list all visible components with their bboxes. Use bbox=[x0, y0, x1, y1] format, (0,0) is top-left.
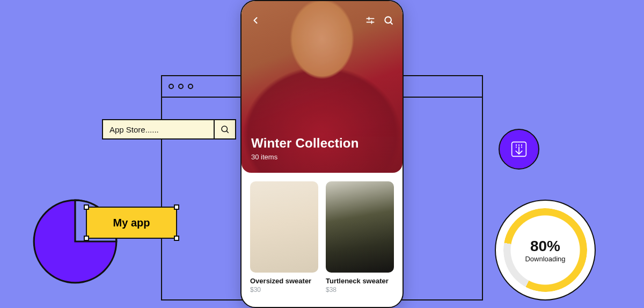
resize-handle[interactable] bbox=[84, 204, 89, 210]
hero-subtitle: 30 items bbox=[251, 153, 359, 161]
app-store-search[interactable]: App Store...... bbox=[102, 119, 236, 140]
progress-label: Downloading bbox=[525, 255, 565, 263]
svg-point-0 bbox=[222, 126, 228, 132]
filter-button[interactable] bbox=[365, 15, 376, 26]
product-name: Oversized sweater bbox=[250, 277, 318, 285]
download-button[interactable] bbox=[499, 129, 539, 170]
resize-handle[interactable] bbox=[84, 236, 89, 241]
resize-handle[interactable] bbox=[174, 204, 179, 210]
window-dot bbox=[178, 84, 184, 89]
resize-handle[interactable] bbox=[174, 236, 179, 241]
chevron-left-icon bbox=[250, 15, 261, 26]
product-card[interactable]: Oversized sweater $30 bbox=[250, 181, 318, 294]
svg-point-7 bbox=[385, 17, 391, 23]
product-price: $38 bbox=[326, 286, 394, 294]
search-icon bbox=[383, 15, 394, 26]
back-button[interactable] bbox=[250, 15, 261, 26]
product-price: $30 bbox=[250, 286, 318, 294]
hero-banner[interactable]: Winter Collection 30 items bbox=[241, 1, 402, 173]
download-icon bbox=[508, 138, 530, 160]
product-grid: Oversized sweater $30 Turtleneck sweater… bbox=[241, 173, 402, 294]
product-image bbox=[326, 181, 394, 273]
window-dot bbox=[169, 84, 174, 89]
svg-line-1 bbox=[226, 131, 228, 133]
search-input[interactable]: App Store...... bbox=[103, 120, 214, 138]
search-button[interactable] bbox=[383, 15, 394, 26]
svg-line-8 bbox=[391, 23, 393, 25]
search-button[interactable] bbox=[214, 120, 235, 138]
sliders-icon bbox=[365, 15, 376, 26]
search-icon bbox=[220, 124, 230, 134]
product-name: Turtleneck sweater bbox=[326, 277, 394, 285]
hero-title: Winter Collection bbox=[251, 136, 359, 151]
product-image bbox=[250, 181, 318, 273]
my-app-label: My app bbox=[113, 217, 150, 229]
progress-percent: 80% bbox=[530, 238, 560, 255]
phone-mockup: Winter Collection 30 items Oversized swe… bbox=[240, 0, 404, 308]
my-app-badge[interactable]: My app bbox=[86, 207, 177, 239]
window-dot bbox=[188, 84, 193, 89]
product-card[interactable]: Turtleneck sweater $38 bbox=[326, 181, 394, 294]
download-progress: 80% Downloading bbox=[495, 200, 596, 300]
